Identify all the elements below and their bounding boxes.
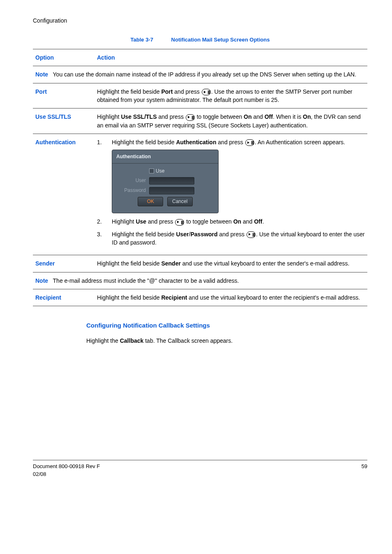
option-sender: Sender [33, 255, 95, 272]
bold: On [244, 113, 251, 120]
note-label: Note [35, 277, 48, 284]
bold: Off [265, 113, 273, 120]
page-number: 59 [362, 463, 367, 478]
password-row: Password [117, 187, 213, 194]
note-row-email: Note The e-mail address must include the… [33, 272, 367, 289]
step-num: 1. [97, 138, 104, 213]
password-field[interactable] [149, 187, 194, 194]
footer-left: Document 800-00918 Rev F 02/08 [33, 463, 100, 478]
action-recipient: Highlight the field beside Recipient and… [95, 289, 367, 306]
bold: Callback [120, 337, 144, 344]
txt: to toggle between [184, 218, 233, 225]
note-row-dns: Note You can use the domain name instead… [33, 66, 367, 83]
bold: Port [161, 88, 173, 95]
option-recipient: Recipient [33, 289, 95, 306]
txt: Highlight the field beside [97, 88, 161, 95]
txt: Highlight the field beside [112, 139, 176, 145]
row-ssl: Use SSL/TLS Highlight Use SSL/TLS and pr… [33, 108, 367, 134]
user-field[interactable] [149, 177, 194, 185]
page-footer: Document 800-00918 Rev F 02/08 59 [33, 460, 367, 478]
running-head: Configuration [33, 16, 367, 25]
txt: and press [216, 139, 244, 145]
table-title: Notification Mail Setup Screen Options [171, 37, 270, 43]
row-authentication: Authentication 1. Highlight the field be… [33, 134, 367, 255]
row-sender: Sender Highlight the field beside Sender… [33, 255, 367, 272]
use-row: Use [117, 168, 213, 175]
ok-button[interactable]: OK [138, 197, 163, 206]
action-ssl: Highlight Use SSL/TLS and press to toggl… [95, 108, 367, 134]
subsection-heading: Configuring Notification Callback Settin… [86, 321, 367, 330]
step-1: 1. Highlight the field beside Authentica… [97, 138, 365, 213]
checkbox-icon [149, 169, 154, 173]
txt: Highlight [112, 218, 136, 225]
callback-paragraph: Highlight the Callback tab. The Callback… [86, 337, 367, 345]
note-spacer [50, 277, 53, 284]
txt: . An Authentication screen appears. [255, 139, 345, 145]
bold: On [233, 218, 241, 225]
txt: and use the virtual keyboard to enter th… [181, 260, 349, 267]
doc-id: Document 800-00918 Rev F [33, 463, 100, 471]
user-label: User [117, 177, 146, 184]
txt: Highlight the [86, 337, 120, 344]
txt: . [262, 218, 264, 225]
playpause-icon [202, 89, 211, 95]
bold: Password [190, 231, 217, 238]
dialog-title: Authentication [112, 152, 218, 163]
txt: to toggle between [195, 113, 244, 120]
txt: Highlight the field beside [97, 294, 161, 301]
bold: Sender [161, 260, 180, 267]
option-ssl: Use SSL/TLS [33, 108, 95, 134]
note-email-text: The e-mail address must include the "@" … [53, 277, 239, 284]
table-number: Table 3-7 [131, 37, 153, 43]
table-caption: Table 3-7 Notification Mail Setup Screen… [33, 36, 367, 44]
action-authentication: 1. Highlight the field beside Authentica… [95, 134, 367, 255]
cancel-button[interactable]: Cancel [167, 197, 193, 206]
note-text [50, 71, 53, 78]
step-num: 3. [97, 230, 104, 247]
txt: Highlight the field beside [112, 231, 176, 238]
playpause-icon [175, 219, 184, 226]
row-port: Port Highlight the field beside Port and… [33, 83, 367, 108]
bold: On [303, 113, 311, 120]
note-dns-text: You can use the domain name instead of t… [53, 71, 357, 78]
txt: and [252, 113, 265, 120]
txt: and press [218, 231, 246, 238]
password-label: Password [117, 187, 146, 194]
options-table: Option Action Note You can use the domai… [33, 49, 367, 306]
bold: Recipient [161, 294, 187, 301]
playpause-icon [245, 139, 254, 146]
header-action: Action [95, 49, 367, 66]
header-option: Option [33, 49, 95, 66]
step-3: 3. Highlight the field beside User/Passw… [97, 230, 365, 247]
bold: Authentication [176, 139, 216, 145]
txt: Highlight [97, 113, 121, 120]
option-authentication: Authentication [33, 134, 95, 255]
step-2: 2. Highlight Use and press to toggle bet… [97, 217, 365, 226]
step-num: 2. [97, 217, 104, 226]
txt: and [241, 218, 254, 225]
txt: tab. The Callback screen appears. [143, 337, 233, 344]
use-label: Use [156, 168, 164, 174]
row-recipient: Recipient Highlight the field beside Rec… [33, 289, 367, 306]
note-label: Note [35, 71, 48, 78]
table-header-row: Option Action [33, 49, 367, 66]
bold: Off [254, 218, 262, 225]
txt: . When it is [273, 113, 303, 120]
bold: Use SSL/TLS [121, 113, 157, 120]
txt: and press [146, 218, 175, 225]
playpause-icon [186, 114, 195, 121]
user-row: User [117, 177, 213, 185]
action-port: Highlight the field beside Port and pres… [95, 83, 367, 108]
use-checkbox[interactable]: Use [149, 168, 164, 175]
bold: User [176, 231, 189, 238]
option-port: Port [33, 83, 95, 108]
authentication-dialog: Authentication Use User [112, 150, 219, 213]
txt: and press [173, 88, 201, 95]
txt: and press [157, 113, 185, 120]
txt: and use the virtual keyboard to enter th… [187, 294, 360, 301]
playpause-icon [247, 231, 256, 238]
bold: Use [136, 218, 146, 225]
doc-date: 02/08 [33, 471, 100, 478]
action-sender: Highlight the field beside Sender and us… [95, 255, 367, 272]
txt: Highlight the field beside [97, 260, 161, 267]
